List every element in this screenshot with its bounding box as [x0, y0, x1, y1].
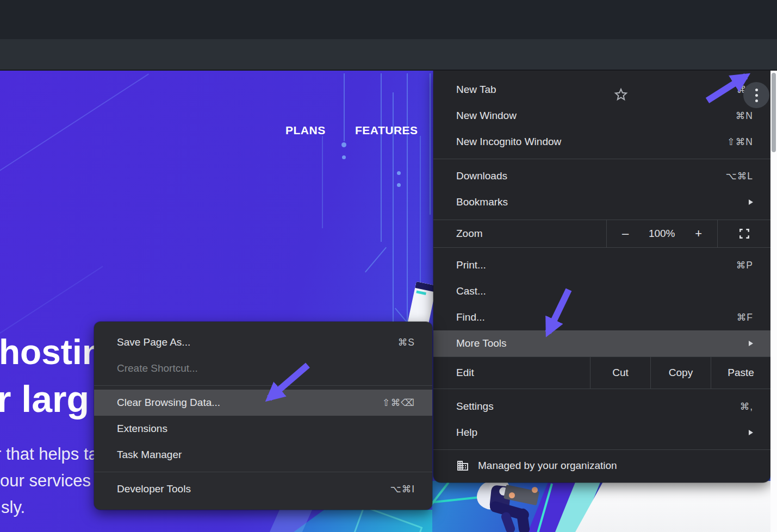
decor-circuit-line	[430, 73, 431, 215]
page-scrollbar-thumb[interactable]	[772, 73, 776, 152]
menu-divider	[94, 472, 432, 472]
menu-item-clear-browsing-data[interactable]: Clear Browsing Data... ⇧⌘⌫	[94, 390, 432, 416]
menu-item-label: Task Manager	[117, 449, 182, 461]
menu-item-shortcut: ⌥⌘L	[726, 171, 753, 182]
menu-item-label: Managed by your organization	[478, 460, 617, 472]
menu-item-shortcut: ⌥⌘I	[390, 484, 415, 495]
menu-item-more-tools[interactable]: More Tools	[433, 330, 770, 356]
menu-item-extensions[interactable]: Extensions	[94, 416, 432, 442]
menu-item-cast[interactable]: Cast...	[433, 278, 770, 304]
zoom-in-button[interactable]: +	[695, 227, 702, 241]
menu-item-label: Cast...	[456, 285, 486, 297]
decor-circuit-line	[381, 73, 382, 242]
menu-item-shortcut: ⇧⌘N	[727, 136, 753, 148]
copy-button[interactable]: Copy	[650, 357, 711, 389]
menu-item-label: Help	[456, 427, 477, 439]
cut-button[interactable]: Cut	[590, 357, 650, 389]
fullscreen-button[interactable]	[718, 220, 770, 247]
menu-item-help[interactable]: Help	[433, 420, 770, 446]
menu-item-label: New Incognito Window	[456, 136, 561, 148]
server-illustration-stripe	[416, 290, 426, 295]
decor-circuit-dot	[342, 155, 346, 159]
menu-item-zoom: Zoom – 100% +	[433, 220, 770, 248]
menu-item-new-window[interactable]: New Window ⌘N	[433, 103, 770, 129]
menu-item-label: Print...	[456, 259, 486, 271]
kebab-dot	[755, 89, 758, 91]
menu-item-find[interactable]: Find... ⌘F	[433, 304, 770, 330]
zoom-level-value: 100%	[649, 228, 675, 240]
nav-link-features[interactable]: FEATURES	[355, 124, 418, 137]
decor-circuit-dot	[341, 142, 346, 147]
browser-menu-button[interactable]	[743, 82, 769, 108]
menu-item-label: New Tab	[456, 84, 496, 96]
hero-heading-line2: r larg	[0, 380, 89, 417]
paste-button[interactable]: Paste	[711, 357, 770, 389]
menu-item-shortcut: ⌘P	[736, 260, 753, 271]
menu-item-downloads[interactable]: Downloads ⌥⌘L	[433, 163, 770, 189]
window-titlebar	[0, 0, 777, 39]
menu-divider	[94, 385, 432, 386]
menu-item-label: Extensions	[117, 423, 167, 435]
illustration-white-area	[575, 481, 777, 532]
menu-item-label: Bookmarks	[456, 196, 508, 208]
submenu-arrow-icon	[749, 199, 753, 205]
menu-item-new-incognito-window[interactable]: New Incognito Window ⇧⌘N	[433, 129, 770, 155]
bookmark-button[interactable]	[608, 85, 634, 104]
hero-body-line1: r that helps ta	[0, 446, 98, 462]
browser-toolbar	[0, 39, 777, 71]
decor-circuit-dot	[397, 171, 401, 175]
menu-item-shortcut: ⌘,	[740, 401, 753, 412]
menu-item-shortcut: ⇧⌘⌫	[382, 397, 415, 409]
menu-item-edit: Edit Cut Copy Paste	[433, 356, 770, 389]
chrome-app-menu: New Tab ⌘T New Window ⌘N New Incognito W…	[433, 71, 770, 483]
submenu-arrow-icon	[749, 341, 753, 346]
zoom-label: Zoom	[433, 220, 606, 247]
menu-item-label: Create Shortcut...	[117, 362, 198, 374]
organization-building-icon	[456, 459, 469, 472]
decor-circuit-line	[344, 73, 345, 141]
menu-item-bookmarks[interactable]: Bookmarks	[433, 189, 770, 215]
zoom-out-button[interactable]: –	[622, 227, 629, 241]
menu-item-task-manager[interactable]: Task Manager	[94, 442, 432, 468]
nav-link-plans[interactable]: PLANS	[285, 124, 326, 137]
menu-item-label: Clear Browsing Data...	[117, 397, 220, 409]
menu-item-label: Save Page As...	[117, 336, 190, 348]
fullscreen-icon	[738, 228, 750, 240]
star-icon	[613, 86, 629, 103]
edit-label: Edit	[433, 357, 590, 389]
hero-heading-line1: hostin	[0, 335, 103, 370]
menu-item-label: Downloads	[456, 170, 507, 182]
menu-divider	[433, 159, 770, 159]
kebab-dot	[755, 99, 758, 102]
hero-body-line3: sly.	[1, 499, 25, 516]
menu-item-label: Settings	[456, 400, 494, 412]
menu-item-settings[interactable]: Settings ⌘,	[433, 393, 770, 420]
person-hand	[509, 492, 515, 498]
menu-item-new-tab[interactable]: New Tab ⌘T	[433, 77, 770, 103]
menu-item-managed-by-organization[interactable]: Managed by your organization	[433, 454, 770, 478]
menu-item-shortcut: ⌘S	[398, 337, 415, 348]
more-tools-submenu: Save Page As... ⌘S Create Shortcut... Cl…	[94, 322, 432, 510]
menu-item-shortcut: ⌘F	[737, 312, 753, 323]
menu-item-label: More Tools	[456, 337, 507, 349]
person-hand	[532, 487, 538, 493]
menu-item-create-shortcut: Create Shortcut...	[94, 355, 432, 381]
menu-item-label: New Window	[456, 110, 517, 122]
menu-item-label: Find...	[456, 311, 485, 323]
menu-item-save-page-as[interactable]: Save Page As... ⌘S	[94, 329, 432, 355]
menu-item-print[interactable]: Print... ⌘P	[433, 252, 770, 278]
decor-circuit-line	[365, 247, 387, 272]
menu-item-developer-tools[interactable]: Developer Tools ⌥⌘I	[94, 476, 432, 502]
submenu-arrow-icon	[749, 430, 753, 435]
menu-divider	[433, 449, 770, 450]
menu-item-shortcut: ⌘N	[736, 110, 753, 122]
decor-circuit-dot	[397, 183, 401, 187]
menu-item-label: Developer Tools	[117, 483, 191, 495]
decor-diagonal-line	[0, 73, 149, 172]
decor-circuit-line	[322, 136, 323, 228]
hero-body-line2: our services	[0, 472, 91, 489]
kebab-dot	[755, 94, 758, 97]
